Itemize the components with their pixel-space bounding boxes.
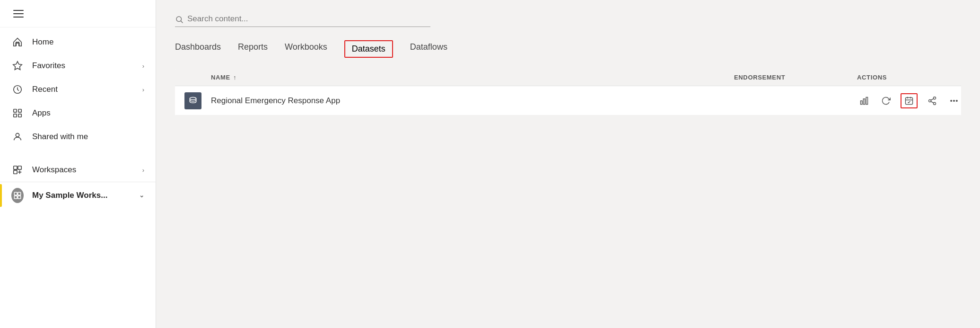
chevron-right-icon: ›	[142, 167, 144, 174]
person-icon	[11, 131, 24, 143]
search-icon	[175, 14, 184, 24]
svg-rect-2	[14, 109, 17, 112]
tab-dashboards[interactable]: Dashboards	[175, 42, 221, 56]
svg-rect-12	[14, 195, 17, 198]
chevron-right-icon: ›	[142, 86, 144, 93]
hamburger-menu[interactable]	[11, 8, 26, 19]
svg-rect-7	[14, 166, 17, 169]
svg-rect-9	[14, 170, 17, 174]
sort-arrow-icon: ↑	[233, 74, 236, 81]
svg-point-6	[16, 133, 19, 137]
svg-point-29	[951, 100, 952, 101]
sidebar-item-my-workspace[interactable]: My Sample Works... ⌄	[0, 182, 156, 208]
svg-point-14	[176, 17, 182, 22]
column-name-header: NAME ↑	[211, 74, 734, 81]
workspace-avatar	[11, 189, 24, 202]
svg-marker-0	[13, 62, 22, 70]
table-row: Regional Emergency Response App	[175, 86, 961, 115]
sidebar-header	[0, 0, 156, 27]
sidebar-item-shared-label: Shared with me	[32, 132, 144, 142]
svg-rect-5	[18, 114, 21, 117]
star-icon	[11, 60, 24, 72]
svg-rect-18	[863, 98, 865, 104]
datasets-table: NAME ↑ ENDORSEMENT ACTIONS	[175, 69, 961, 115]
svg-point-16	[190, 97, 196, 99]
svg-point-26	[934, 102, 936, 105]
content-area: Dashboards Reports Workbooks Datasets Da…	[156, 0, 980, 328]
more-options-button[interactable]	[947, 94, 961, 108]
workspaces-icon	[11, 164, 24, 176]
tab-bar: Dashboards Reports Workbooks Datasets Da…	[175, 40, 961, 58]
sidebar-item-apps[interactable]: Apps	[0, 101, 156, 125]
sidebar-item-recent[interactable]: Recent ›	[0, 78, 156, 101]
main-content: Dashboards Reports Workbooks Datasets Da…	[156, 0, 980, 328]
dataset-name: Regional Emergency Response App	[211, 96, 734, 106]
svg-rect-4	[14, 114, 17, 117]
sidebar-nav: Home Favorites › Recent ›	[0, 27, 156, 328]
dataset-actions	[857, 93, 952, 108]
sidebar-item-favorites-label: Favorites	[32, 61, 134, 71]
sidebar-item-workspaces-label: Workspaces	[32, 165, 134, 175]
svg-rect-13	[18, 195, 21, 198]
column-endorsement-header: ENDORSEMENT	[734, 74, 857, 81]
home-icon	[11, 36, 24, 48]
svg-line-28	[931, 98, 934, 100]
sidebar-item-recent-label: Recent	[32, 85, 134, 94]
search-bar	[175, 14, 430, 27]
svg-point-30	[954, 100, 955, 101]
search-input[interactable]	[187, 14, 405, 24]
row-icon-container	[184, 92, 211, 109]
sidebar-item-workspaces[interactable]: Workspaces ›	[0, 158, 156, 182]
tab-datasets[interactable]: Datasets	[344, 40, 393, 58]
svg-rect-17	[861, 101, 862, 105]
schedule-refresh-button[interactable]	[901, 93, 918, 108]
chevron-down-icon: ⌄	[139, 192, 144, 199]
share-button[interactable]	[925, 94, 939, 108]
sidebar: Home Favorites › Recent ›	[0, 0, 156, 328]
svg-point-24	[934, 97, 936, 99]
svg-line-15	[181, 21, 183, 23]
svg-rect-20	[906, 98, 913, 104]
table-header: NAME ↑ ENDORSEMENT ACTIONS	[175, 69, 961, 86]
svg-rect-8	[18, 166, 21, 169]
sidebar-item-home[interactable]: Home	[0, 30, 156, 54]
chevron-right-icon: ›	[142, 62, 144, 70]
svg-point-31	[956, 100, 958, 101]
sidebar-item-shared[interactable]: Shared with me	[0, 125, 156, 149]
analytics-button[interactable]	[857, 94, 871, 108]
workspace-name-label: My Sample Works...	[32, 191, 131, 200]
svg-rect-3	[18, 109, 21, 112]
svg-rect-19	[866, 97, 867, 104]
dataset-icon	[184, 92, 201, 109]
sidebar-item-favorites[interactable]: Favorites ›	[0, 54, 156, 78]
column-actions-header: ACTIONS	[857, 74, 952, 81]
tab-workbooks[interactable]: Workbooks	[285, 42, 327, 56]
svg-rect-11	[18, 192, 21, 195]
tab-dataflows[interactable]: Dataflows	[410, 42, 447, 56]
sidebar-item-home-label: Home	[32, 37, 144, 47]
refresh-button[interactable]	[879, 94, 893, 108]
tab-reports[interactable]: Reports	[238, 42, 268, 56]
svg-rect-10	[14, 192, 17, 195]
clock-icon	[11, 83, 24, 96]
svg-point-25	[929, 99, 931, 102]
svg-line-27	[931, 101, 934, 103]
apps-icon	[11, 107, 24, 119]
workspace-active-bar	[0, 184, 2, 207]
sidebar-item-apps-label: Apps	[32, 108, 144, 118]
